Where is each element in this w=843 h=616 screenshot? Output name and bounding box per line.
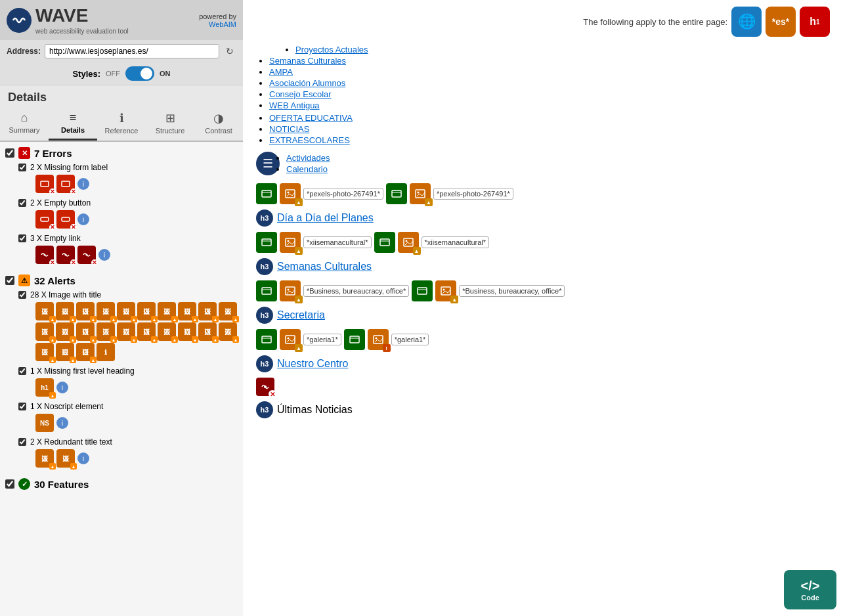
img-title-icon-20[interactable]: 🖼▲ (219, 322, 237, 341)
noscript-checkbox[interactable] (18, 403, 26, 410)
nav-link-extraescolares[interactable]: EXTRAESCOLARES (269, 135, 350, 145)
img-title-icon-12[interactable]: 🖼▲ (56, 322, 74, 341)
redundant-title-info[interactable]: i (77, 452, 89, 464)
green-icon-3[interactable] (256, 232, 277, 253)
features-checkbox[interactable] (5, 479, 14, 489)
green-icon-1[interactable] (256, 183, 277, 204)
redundant-title-icon-2[interactable]: 🖼 ▲ (56, 449, 75, 468)
img-title-icon-21[interactable]: 🖼▲ (35, 343, 54, 361)
img-title-icon-24[interactable]: ℹ (97, 343, 115, 361)
nav-link-actividades[interactable]: Actividades (286, 153, 330, 163)
img-title-icon-5[interactable]: 🖼▲ (117, 302, 135, 320)
img-title-icon-10[interactable]: 🖼▲ (219, 302, 237, 320)
redundant-title-icon-1[interactable]: 🖼 ▲ (35, 449, 54, 468)
h3-link-secretaria[interactable]: Secretaria (277, 309, 325, 321)
img-title-icon-22[interactable]: 🖼▲ (56, 343, 74, 361)
green-icon-6[interactable] (412, 280, 433, 301)
orange-icon-5[interactable]: ▲ (280, 280, 301, 301)
orange-icon-1[interactable]: ▲ (280, 183, 301, 204)
nav-link-oferta[interactable]: OFERTA EDUCATIVA (269, 113, 353, 123)
img-title-icon-1[interactable]: 🖼▲ (35, 302, 54, 320)
empty-link-icon-3[interactable]: ✕ (77, 246, 96, 264)
form-label-icon-2[interactable]: ✕ (56, 175, 75, 193)
nav-link-asociacion[interactable]: Asociación Alumnos (269, 78, 345, 88)
tab-structure[interactable]: ⊞ Structure (146, 107, 194, 141)
img-title-icon-16[interactable]: 🖼▲ (137, 322, 156, 341)
missing-h1-checkbox[interactable] (18, 367, 26, 375)
h3-link-dia-a-dia[interactable]: Día a Día del Planes (277, 212, 374, 224)
missing-form-label-checkbox[interactable] (18, 164, 26, 171)
orange-icon-4[interactable]: ▲ (398, 232, 419, 253)
noscript-info[interactable]: i (56, 417, 68, 429)
img-title-icon-13[interactable]: 🖼▲ (76, 322, 95, 341)
redundant-title-checkbox[interactable] (18, 438, 26, 446)
empty-link-icon-2[interactable]: ✕ (56, 246, 75, 264)
tab-reference[interactable]: ℹ Reference (97, 107, 146, 141)
alerts-checkbox[interactable] (5, 276, 14, 285)
address-input[interactable] (45, 44, 219, 58)
nav-link-web-antigua[interactable]: WEB Antigua (269, 100, 320, 110)
h3-link-nuestro-centro[interactable]: Nuestro Centro (277, 358, 349, 370)
green-icon-5[interactable] (256, 280, 277, 301)
empty-link-icon-1[interactable]: ✕ (35, 246, 54, 264)
green-icon-7[interactable] (256, 329, 277, 350)
orange-icon-6[interactable]: ▲ (435, 280, 456, 301)
img-title-icon-14[interactable]: 🖼▲ (97, 322, 115, 341)
form-label-info[interactable]: i (77, 178, 89, 190)
tab-summary[interactable]: ⌂ Summary (0, 107, 49, 141)
noscript-icon[interactable]: NS (35, 414, 54, 432)
empty-btn-info[interactable]: i (77, 213, 89, 225)
img-title-icon-6[interactable]: 🖼▲ (137, 302, 156, 320)
nav-link-ampa[interactable]: AMPA (269, 67, 293, 77)
empty-link-row-icon[interactable]: ✕ (256, 378, 274, 396)
svg-rect-19 (262, 288, 271, 294)
img-title-icon-19[interactable]: 🖼▲ (198, 322, 217, 341)
img-title-icon-3[interactable]: 🖼▲ (76, 302, 95, 320)
green-icon-4[interactable] (374, 232, 395, 253)
globe-button[interactable]: 🌐 (731, 7, 762, 37)
image-title-checkbox[interactable] (18, 291, 26, 299)
orange-icon-8-warn[interactable]: ! (368, 329, 389, 350)
orange-icon-3[interactable]: ▲ (280, 232, 301, 253)
nav-link-calendario[interactable]: Calendario (286, 164, 328, 174)
h3-link-semanas-culturales[interactable]: Semanas Culturales (277, 261, 372, 273)
orange-icon-2[interactable]: ▲ (410, 183, 431, 204)
img-title-icon-4[interactable]: 🖼▲ (97, 302, 115, 320)
img-title-icon-15[interactable]: 🖼▲ (117, 322, 135, 341)
img-title-icon-2[interactable]: 🖼▲ (56, 302, 74, 320)
empty-button-checkbox[interactable] (18, 199, 26, 207)
img-title-icon-11[interactable]: 🖼▲ (35, 322, 54, 341)
form-label-icon-1[interactable]: ✕ (35, 175, 54, 193)
nav-link-consejo[interactable]: Consejo Escolar (269, 89, 332, 99)
missing-h1-info[interactable]: i (56, 382, 68, 393)
h1-button[interactable]: h1 (800, 7, 830, 37)
missing-form-label-icons: ✕ ✕ i (35, 175, 238, 193)
es-button[interactable]: *es* (766, 7, 796, 37)
img-title-icon-17[interactable]: 🖼▲ (158, 322, 176, 341)
nav-link-noticias[interactable]: NOTICIAS (269, 124, 309, 134)
img-title-icon-8[interactable]: 🖼▲ (178, 302, 196, 320)
img-title-icon-7[interactable]: 🖼▲ (158, 302, 176, 320)
tab-structure-label: Structure (156, 127, 185, 135)
code-button[interactable]: </> Code (784, 570, 836, 609)
img-title-icon-9[interactable]: 🖼▲ (198, 302, 217, 320)
empty-link-checkbox[interactable] (18, 234, 26, 242)
styles-toggle[interactable] (125, 66, 154, 81)
badge-x-1: ✕ (49, 188, 56, 195)
nav-link-semanas[interactable]: Semanas Culturales (269, 56, 346, 66)
tab-details[interactable]: ≡ Details (49, 107, 97, 141)
orange-icon-7[interactable]: ▲ (280, 329, 301, 350)
errors-checkbox[interactable] (5, 148, 14, 158)
green-icon-2[interactable] (386, 183, 407, 204)
empty-btn-icon-2[interactable]: ✕ (56, 210, 75, 229)
empty-btn-icon-1[interactable]: ✕ (35, 210, 54, 229)
h1-icon[interactable]: h1 ▲ (35, 378, 54, 397)
green-icon-8[interactable] (344, 329, 365, 350)
img-title-icon-23[interactable]: 🖼▲ (76, 343, 95, 361)
tab-contrast[interactable]: ◑ Contrast (194, 107, 243, 141)
empty-link-info[interactable]: i (98, 249, 110, 261)
img-title-icon-18[interactable]: 🖼▲ (178, 322, 196, 341)
webaim-link[interactable]: WebAIM (209, 20, 236, 28)
nav-link-proyectos[interactable]: Proyectos Actuales (295, 45, 368, 55)
refresh-button[interactable]: ↻ (223, 45, 236, 58)
